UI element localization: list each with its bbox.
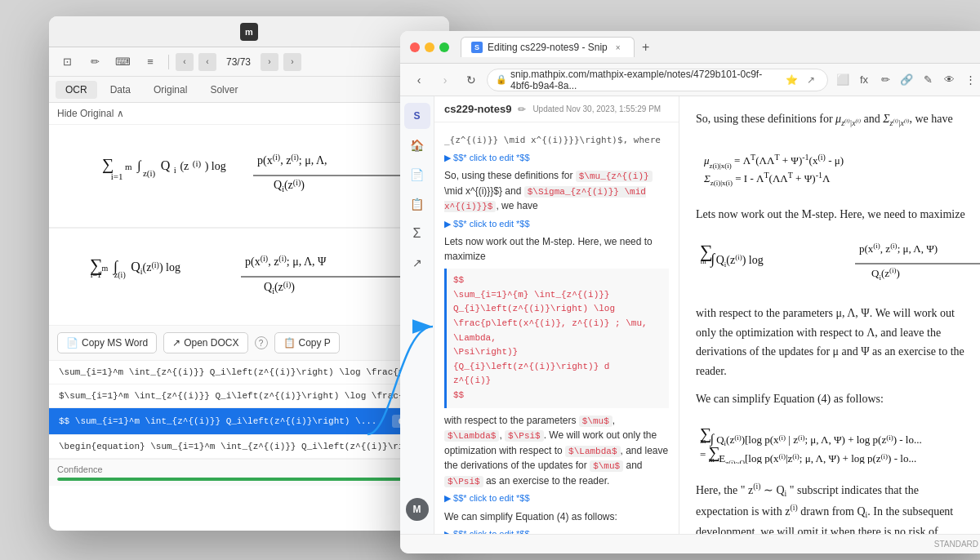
keyboard-tool-button[interactable]: ⌨: [111, 51, 134, 73]
browser-toolbar-icons: ⬜ fx ✏ 🔗 ✎ 👁 ⋮: [833, 70, 980, 90]
snippet-item-1[interactable]: \sum_{i=1}^m \int_{z^{(i)}} Q_i\left(z^{…: [49, 361, 449, 384]
hide-original-bar[interactable]: Hide Original ∧: [49, 103, 449, 125]
snippet-text-3: $$ \sum_{i=1}^m \int_{z^{(i)}} Q_i\left(…: [59, 416, 392, 426]
url-text: snip.mathpix.com/mathpix-example/notes/4…: [510, 69, 780, 91]
browser-tab-active[interactable]: S Editing cs229-notes9 - Snip ×: [461, 37, 635, 57]
refresh-button[interactable]: ↻: [461, 69, 482, 91]
hide-original-label: Hide Original: [57, 108, 114, 119]
left-ocr-window: m ⊡ ✏ ⌨ ≡ ‹ ‹ 73/73 › › OCR Data Origina…: [49, 16, 449, 531]
sidebar-sigma-icon[interactable]: Σ: [404, 220, 430, 247]
sidebar-home-icon[interactable]: 🏠: [404, 132, 430, 158]
preview-math-svg-1: μz(i)|x(i) = ΛT(ΛΛT + Ψ)-1(x(i) - μ) Σz(…: [696, 140, 980, 189]
editor-click-hint-1[interactable]: ▶ $$* click to edit *$$: [444, 151, 669, 166]
left-toolbar: ⊡ ✏ ⌨ ≡ ‹ ‹ 73/73 › ›: [49, 47, 449, 77]
tab-data[interactable]: Data: [100, 81, 140, 99]
copy-ms-word-label: Copy MS Word: [82, 337, 148, 349]
snippet-item-3[interactable]: $$ \sum_{i=1}^m \int_{z^{(i)}} Q_i\left(…: [49, 408, 449, 435]
copy-ms-word-icon: 📄: [66, 337, 78, 349]
preview-text-1: So, using these definitions for μz(i)|x(…: [696, 109, 972, 130]
pencil-icon[interactable]: ✏: [875, 70, 895, 90]
browser-tab-bar: S Editing cs229-notes9 - Snip × +: [461, 37, 978, 57]
editor-code-block[interactable]: $$ \sum_{i=1}^{m} \int_{z^{(i)}} Q_{i}\l…: [444, 269, 669, 407]
more-icon[interactable]: ⋮: [960, 70, 980, 90]
editor-body: _{z^{(i)}} \mid x^{(i)}}}\right)$, where…: [434, 122, 679, 534]
copy-ms-word-button[interactable]: 📄 Copy MS Word: [57, 332, 157, 353]
fx-icon[interactable]: fx: [854, 70, 874, 90]
open-docx-button[interactable]: ↗ Open DOCX: [163, 332, 247, 353]
traffic-lights: [410, 42, 449, 52]
next-page-button-2[interactable]: ›: [261, 53, 278, 71]
svg-text:Qi(z(i)): Qi(z(i)): [274, 178, 305, 193]
math-display-area-2: ∑i=1 m ∫z(i) Qi(z(i)) log p(x(i), z(i); …: [49, 228, 449, 326]
svg-text:Σz(i)|x(i) = I - ΛT(ΛΛT + Ψ)-1: Σz(i)|x(i) = I - ΛT(ΛΛT + Ψ)-1Λ: [703, 171, 831, 187]
next-page-button[interactable]: ‹: [198, 53, 216, 71]
snippet-item-2[interactable]: $\sum_{i=1}^m \int_{z^{(i)}} Q_i\left(z^…: [49, 384, 449, 408]
open-docx-label: Open DOCX: [184, 337, 238, 349]
close-button[interactable]: [410, 42, 420, 52]
maximize-button[interactable]: [439, 42, 449, 52]
sidebar-export-icon[interactable]: ↗: [404, 250, 430, 276]
user-avatar[interactable]: M: [406, 498, 429, 521]
tab-solver[interactable]: Solver: [200, 81, 247, 99]
editor-click-hint-4[interactable]: ▶ $$* click to edit *$$: [444, 527, 669, 534]
bookmark-icon[interactable]: ⭐: [783, 72, 800, 88]
confidence-bar: [57, 478, 441, 481]
copy-pdf-label: Copy P: [299, 337, 331, 349]
editor-text-4: with respect to the parameters $\mu$, $\…: [444, 413, 669, 489]
browser-nav-bar: ‹ › ↻ 🔒 snip.mathpix.com/mathpix-example…: [400, 64, 980, 96]
next-page-button-3[interactable]: ›: [283, 53, 301, 71]
snippet-text-4: \begin{equation} \sum_{i=1}^m \int_{z^{(…: [59, 442, 439, 451]
back-button[interactable]: ‹: [408, 69, 430, 91]
browser-footer: STANDARD: [400, 534, 980, 553]
confidence-bar-area: Confidence: [49, 459, 449, 486]
tab-original[interactable]: Original: [144, 81, 197, 99]
crop-tool-button[interactable]: ⊡: [56, 51, 78, 73]
preview-text-3: with respect to the parameters μ, Λ, Ψ. …: [696, 304, 972, 381]
inline-code-mu3: $\mu$: [590, 460, 623, 472]
svg-text:∑
            i=1
            : ∑ i=1 m ∫ z(i) Q i (z (i) ) log: [102, 153, 226, 183]
toolbar-divider: [168, 55, 169, 69]
address-bar[interactable]: 🔒 snip.mathpix.com/mathpix-example/notes…: [487, 69, 828, 91]
tab-ocr[interactable]: OCR: [56, 81, 97, 99]
tab-title: Editing cs229-notes9 - Snip: [488, 42, 608, 53]
confidence-label: Confidence: [57, 464, 441, 474]
editor-click-hint-2[interactable]: ▶ $$* click to edit *$$: [444, 217, 669, 232]
editor-text-3: Lets now work out the M-step. Here, we n…: [444, 234, 669, 264]
sidebar-clipboard-icon[interactable]: 📋: [404, 191, 430, 217]
preview-text-5: Here, the " z(i) ∼ Qi " subscript indica…: [696, 480, 972, 534]
copy-pdf-icon: 📋: [283, 337, 296, 349]
browser-sidebar: S 🏠 📄 📋 Σ ↗ M: [400, 96, 434, 534]
editor-click-hint-3[interactable]: ▶ $$* click to edit *$$: [444, 491, 669, 506]
copy-pdf-button[interactable]: 📋 Copy P: [274, 332, 340, 353]
preview-math-1: μz(i)|x(i) = ΛT(ΛΛT + Ψ)-1(x(i) - μ) Σz(…: [696, 140, 972, 195]
inline-code-mu: $\mu_{z^{(i)}: [576, 171, 653, 182]
snippet-item-4[interactable]: \begin{equation} \sum_{i=1}^m \int_{z^{(…: [49, 435, 449, 459]
edit-title-icon[interactable]: ✏: [518, 104, 526, 115]
svg-text:Qi(z(i)): Qi(z(i)): [264, 280, 295, 296]
edit-icon[interactable]: ✎: [918, 70, 938, 90]
tab-close-button[interactable]: ×: [612, 42, 624, 53]
actions-bar: 📄 Copy MS Word ↗ Open DOCX ? 📋 Copy P: [49, 326, 449, 361]
extensions-icon[interactable]: ⬜: [833, 70, 853, 90]
sidebar-mathpix-icon[interactable]: S: [404, 103, 430, 129]
sidebar-doc-icon[interactable]: 📄: [404, 162, 430, 188]
share-icon[interactable]: ↗: [803, 72, 819, 88]
menu-tool-button[interactable]: ≡: [139, 51, 162, 73]
eye-icon[interactable]: 👁: [939, 70, 959, 90]
pencil-tool-button[interactable]: ✏: [83, 51, 106, 73]
new-tab-button[interactable]: +: [636, 38, 656, 57]
math-svg-1: ∑ i=1 m ∫ z(i) Q i (z (i) ) log p(x(i), …: [94, 141, 404, 207]
preview-math-svg-2: ∑m ∫ Qi(z(i)) log p(x(i), z(i); μ, Λ, Ψ)…: [696, 234, 980, 287]
svg-text:∑i=1 m
            ∫z(i)
     : ∑i=1 m ∫z(i) Qi(z(i)) log: [90, 255, 180, 281]
help-icon[interactable]: ?: [255, 336, 268, 349]
link-icon[interactable]: 🔗: [897, 70, 916, 90]
math-formula-1: ∑ i=1 m ∫ z(i) Q i (z (i) ) log p(x(i), …: [94, 133, 404, 219]
editor-text-2: So, using these definitions for $\mu_{z^…: [444, 168, 669, 214]
minimize-button[interactable]: [425, 42, 434, 52]
snippet-text-2: $\sum_{i=1}^m \int_{z^{(i)}} Q_i\left(z^…: [59, 391, 439, 401]
snippet-list: \sum_{i=1}^m \int_{z^{(i)}} Q_i\left(z^{…: [49, 361, 449, 459]
forward-button[interactable]: ›: [434, 69, 456, 91]
preview-text-4: We can simplify Equation (4) as follows:: [696, 389, 972, 409]
prev-page-button[interactable]: ‹: [176, 53, 194, 71]
editor-text-5: We can simplify Equation (4) as follows:: [444, 509, 669, 524]
